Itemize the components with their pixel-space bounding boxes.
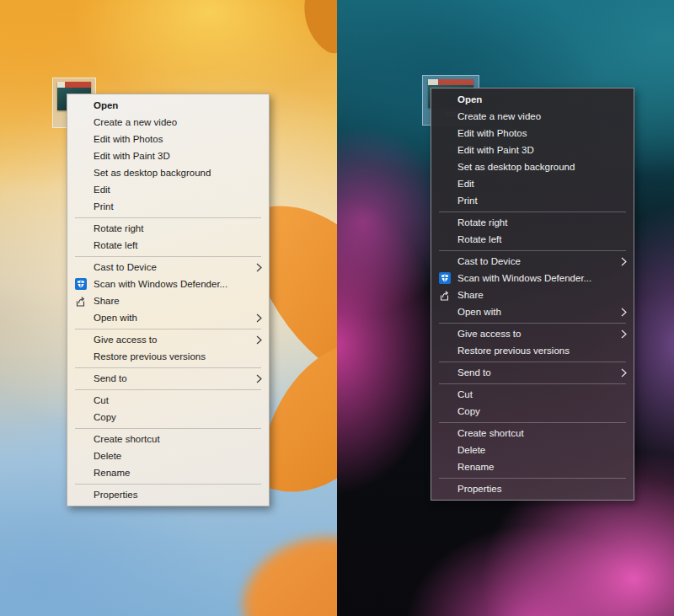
menu-item-properties[interactable]: Properties bbox=[67, 486, 269, 503]
share-icon bbox=[431, 289, 457, 302]
menu-item-send-to[interactable]: Send to bbox=[431, 364, 634, 381]
menu-item-print[interactable]: Print bbox=[67, 198, 269, 215]
menu-item-edit-with-photos[interactable]: Edit with Photos bbox=[67, 131, 269, 147]
menu-item-label: Delete bbox=[94, 451, 262, 461]
menu-item-label: Properties bbox=[457, 484, 627, 494]
menu-item-label: Copy bbox=[94, 412, 262, 422]
menu-item-label: Rotate left bbox=[457, 234, 627, 244]
menu-item-create-shortcut[interactable]: Create shortcut bbox=[431, 425, 634, 442]
menu-item-label: Scan with Windows Defender... bbox=[457, 273, 627, 283]
menu-item-label: Edit with Photos bbox=[457, 128, 627, 138]
menu-item-scan-with-windows-defender[interactable]: Scan with Windows Defender... bbox=[67, 276, 269, 292]
submenu-chevron-icon bbox=[250, 263, 262, 272]
menu-separator bbox=[439, 362, 626, 362]
menu-item-label: Give access to bbox=[457, 329, 615, 339]
menu-item-label: Send to bbox=[457, 367, 615, 378]
defender-shield-icon bbox=[431, 272, 457, 284]
menu-item-delete[interactable]: Delete bbox=[431, 442, 634, 458]
menu-item-label: Edit with Photos bbox=[94, 134, 262, 144]
menu-item-label: Restore previous versions bbox=[457, 345, 627, 356]
menu-item-label: Rotate right bbox=[457, 217, 627, 228]
submenu-chevron-icon bbox=[615, 308, 627, 317]
menu-item-create-a-new-video[interactable]: Create a new video bbox=[431, 108, 634, 125]
submenu-chevron-icon bbox=[615, 257, 627, 266]
menu-item-set-as-desktop-background[interactable]: Set as desktop background bbox=[67, 164, 269, 181]
menu-item-label: Create a new video bbox=[457, 111, 627, 121]
menu-item-rotate-right[interactable]: Rotate right bbox=[431, 214, 634, 231]
menu-item-set-as-desktop-background[interactable]: Set as desktop background bbox=[431, 158, 634, 175]
menu-item-cut[interactable]: Cut bbox=[431, 386, 634, 403]
menu-item-label: Edit bbox=[94, 185, 262, 195]
menu-item-label: Cast to Device bbox=[94, 262, 250, 272]
menu-separator bbox=[439, 383, 626, 384]
menu-item-label: Rotate left bbox=[94, 240, 262, 250]
menu-item-rename[interactable]: Rename bbox=[431, 458, 634, 475]
menu-item-rotate-left[interactable]: Rotate left bbox=[431, 231, 634, 248]
submenu-chevron-icon bbox=[250, 313, 262, 323]
menu-item-scan-with-windows-defender[interactable]: Scan with Windows Defender... bbox=[431, 270, 634, 287]
menu-item-label: Print bbox=[457, 196, 627, 206]
menu-item-give-access-to[interactable]: Give access to bbox=[67, 331, 269, 348]
menu-item-label: Give access to bbox=[94, 335, 250, 345]
menu-item-create-shortcut[interactable]: Create shortcut bbox=[67, 431, 269, 447]
menu-item-cast-to-device[interactable]: Cast to Device bbox=[431, 253, 634, 270]
menu-separator bbox=[75, 256, 261, 257]
menu-item-open-with[interactable]: Open with bbox=[67, 309, 269, 326]
menu-item-edit-with-photos[interactable]: Edit with Photos bbox=[431, 125, 634, 142]
menu-item-restore-previous-versions[interactable]: Restore previous versions bbox=[67, 348, 269, 365]
light-desktop-pane: wa OpenCreate a new videoEdit with Photo… bbox=[0, 0, 337, 616]
menu-item-edit[interactable]: Edit bbox=[67, 181, 269, 198]
menu-item-restore-previous-versions[interactable]: Restore previous versions bbox=[431, 342, 634, 359]
menu-item-cast-to-device[interactable]: Cast to Device bbox=[67, 259, 269, 276]
defender-shield-icon bbox=[67, 278, 94, 290]
menu-separator bbox=[75, 329, 261, 329]
menu-item-give-access-to[interactable]: Give access to bbox=[431, 325, 634, 342]
menu-item-label: Restore previous versions bbox=[94, 351, 262, 362]
share-icon bbox=[67, 295, 94, 308]
menu-separator bbox=[439, 212, 626, 212]
menu-separator bbox=[439, 250, 626, 251]
menu-item-share[interactable]: Share bbox=[431, 287, 634, 303]
menu-item-properties[interactable]: Properties bbox=[431, 480, 634, 497]
menu-separator bbox=[439, 422, 626, 423]
menu-item-edit[interactable]: Edit bbox=[431, 175, 634, 192]
menu-item-open[interactable]: Open bbox=[431, 91, 634, 108]
menu-item-label: Rename bbox=[94, 468, 262, 478]
menu-separator bbox=[439, 323, 626, 324]
menu-item-edit-with-paint-3d[interactable]: Edit with Paint 3D bbox=[67, 147, 269, 164]
menu-item-open[interactable]: Open bbox=[67, 97, 269, 114]
menu-item-open-with[interactable]: Open with bbox=[431, 303, 634, 320]
menu-item-send-to[interactable]: Send to bbox=[67, 370, 269, 387]
submenu-chevron-icon bbox=[615, 329, 627, 339]
menu-item-edit-with-paint-3d[interactable]: Edit with Paint 3D bbox=[431, 142, 634, 158]
menu-item-rotate-right[interactable]: Rotate right bbox=[67, 220, 269, 237]
menu-item-label: Cast to Device bbox=[457, 256, 615, 266]
menu-item-label: Open with bbox=[457, 307, 615, 317]
menu-item-label: Open with bbox=[94, 313, 250, 323]
dark-desktop-pane: wa OpenCreate a new videoEdit with Photo… bbox=[337, 0, 674, 616]
menu-item-label: Edit bbox=[457, 179, 627, 189]
autumn-leaf-decor bbox=[283, 0, 337, 58]
submenu-chevron-icon bbox=[250, 374, 262, 383]
menu-item-create-a-new-video[interactable]: Create a new video bbox=[67, 114, 269, 131]
menu-item-rotate-left[interactable]: Rotate left bbox=[67, 237, 269, 254]
autumn-leaf-decor bbox=[231, 512, 337, 616]
menu-item-label: Delete bbox=[457, 445, 627, 455]
menu-item-cut[interactable]: Cut bbox=[67, 392, 269, 409]
menu-separator bbox=[75, 367, 261, 368]
context-menu-light: OpenCreate a new videoEdit with PhotosEd… bbox=[67, 94, 270, 506]
menu-item-label: Rotate right bbox=[94, 223, 262, 233]
submenu-chevron-icon bbox=[250, 335, 262, 345]
menu-item-copy[interactable]: Copy bbox=[67, 409, 269, 426]
menu-separator bbox=[75, 428, 261, 429]
context-menu-dark: OpenCreate a new videoEdit with PhotosEd… bbox=[431, 88, 634, 501]
menu-item-rename[interactable]: Rename bbox=[67, 464, 269, 481]
menu-item-label: Edit with Paint 3D bbox=[94, 151, 262, 161]
menu-item-share[interactable]: Share bbox=[67, 292, 269, 309]
menu-item-copy[interactable]: Copy bbox=[431, 403, 634, 420]
menu-item-print[interactable]: Print bbox=[431, 192, 634, 209]
submenu-chevron-icon bbox=[615, 368, 627, 378]
menu-item-label: Open bbox=[457, 94, 627, 104]
menu-item-delete[interactable]: Delete bbox=[67, 447, 269, 464]
menu-item-label: Cut bbox=[94, 395, 262, 405]
